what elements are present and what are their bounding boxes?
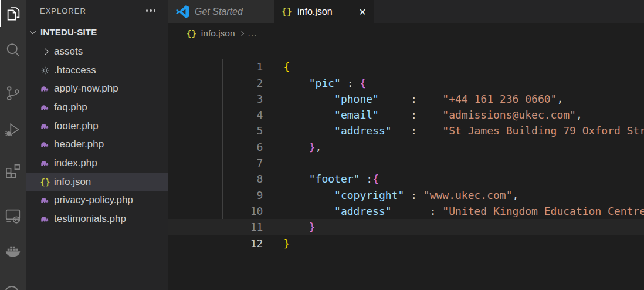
vscode-logo-icon <box>175 5 189 19</box>
php-elephant-icon <box>40 83 50 94</box>
list-item[interactable]: {} faq.php <box>26 98 168 117</box>
list-item[interactable]: {} info.json <box>26 173 168 191</box>
explorer-header: EXPLORER <box>26 0 168 21</box>
explorer-icon[interactable] <box>0 0 26 27</box>
code-line: 8 "footer" :{ <box>168 155 644 171</box>
code-line: 12} <box>168 219 644 235</box>
list-item[interactable]: {} .htaccess <box>26 61 168 80</box>
file-name: .htaccess <box>54 65 96 76</box>
file-name: info.json <box>54 176 91 188</box>
file-name: apply-now.php <box>54 83 118 95</box>
chevron-right-icon <box>239 31 243 35</box>
code-line: 10 "address" : "United Kingdom Education… <box>168 187 644 203</box>
file-list: {} assets {} .htaccess <box>26 42 168 228</box>
code-line: 3 "phone" : "+44 161 236 0660", <box>168 75 644 91</box>
php-elephant-icon <box>40 158 50 168</box>
code-line: 11 } <box>168 203 644 219</box>
vscode-window: EXPLORER INTEDU-SITE {} assets <box>0 0 644 290</box>
php-elephant-icon <box>40 139 50 150</box>
file-name: header.php <box>54 139 104 150</box>
breadcrumb-more[interactable]: ... <box>248 28 257 39</box>
root-folder-row[interactable]: INTEDU-SITE <box>26 21 168 42</box>
file-name: assets <box>54 46 83 58</box>
code-line: 6 }, <box>168 123 644 139</box>
docker-icon[interactable] <box>0 237 26 264</box>
json-icon: {} <box>282 8 292 16</box>
file-name: faq.php <box>54 102 87 113</box>
list-item[interactable]: {} apply-now.php <box>26 79 168 98</box>
chevron-right-icon <box>40 46 50 57</box>
tab-get-started[interactable]: Get Started <box>168 0 274 23</box>
file-name: testimonials.php <box>54 213 126 225</box>
breadcrumb-file[interactable]: info.json <box>201 28 235 39</box>
source-control-icon[interactable] <box>0 80 26 107</box>
tab-info-json[interactable]: {} info.json × <box>274 0 375 23</box>
php-elephant-icon <box>40 102 50 113</box>
explorer-sidebar: EXPLORER INTEDU-SITE {} assets <box>26 0 168 290</box>
more-actions-icon[interactable] <box>145 7 157 14</box>
code-token: } <box>283 237 290 249</box>
editor-code[interactable]: 1{ 2 "pic" : { 3 "phone" : "+44 161 236 … <box>168 43 644 235</box>
remote-explorer-icon[interactable] <box>0 202 26 229</box>
activity-bar <box>0 0 26 290</box>
run-debug-icon[interactable] <box>0 116 26 143</box>
chevron-down-icon <box>29 28 36 34</box>
code-line: 1{ <box>168 43 644 59</box>
line-content: } <box>263 237 290 249</box>
tab-label: Get Started <box>195 6 243 17</box>
gear-icon <box>40 65 50 76</box>
close-icon[interactable]: × <box>358 6 367 18</box>
code-line: 9 "copyright" : "www.ukec.com", <box>168 171 644 187</box>
explorer-title: EXPLORER <box>40 6 145 15</box>
list-item[interactable]: {} assets <box>26 42 168 61</box>
list-item[interactable]: {} index.php <box>26 154 168 173</box>
root-folder-label: INTEDU-SITE <box>40 27 97 37</box>
php-elephant-icon <box>40 195 50 205</box>
code-line: 5 "address" : "St James Building 79 Oxfo… <box>168 107 644 123</box>
code-line: 2 "pic" : { <box>168 59 644 75</box>
file-name: footer.php <box>54 120 99 132</box>
breadcrumb: {} info.json ... <box>168 23 644 43</box>
json-icon: {} <box>187 29 196 38</box>
php-elephant-icon <box>40 214 50 224</box>
editor-group: Get Started {} info.json × {} info.json … <box>168 0 644 290</box>
json-icon: {} <box>40 177 50 187</box>
file-name: privacy-policy.php <box>54 194 133 206</box>
code-line: 4 "email" : "admissions@ukec.com", <box>168 91 644 107</box>
code-line: 7 <box>168 139 644 155</box>
line-number: 12 <box>232 235 263 251</box>
extensions-icon[interactable] <box>0 157 26 184</box>
list-item[interactable]: {} privacy-policy.php <box>26 191 168 210</box>
search-icon[interactable] <box>0 36 26 63</box>
list-item[interactable]: {} testimonials.php <box>26 210 168 228</box>
account-icon[interactable] <box>5 286 19 290</box>
tab-label: info.json <box>297 6 333 17</box>
list-item[interactable]: {} footer.php <box>26 117 168 136</box>
php-elephant-icon <box>40 121 50 131</box>
tab-bar: Get Started {} info.json × <box>168 0 644 23</box>
file-name: index.php <box>54 157 97 169</box>
list-item[interactable]: {} header.php <box>26 135 168 154</box>
